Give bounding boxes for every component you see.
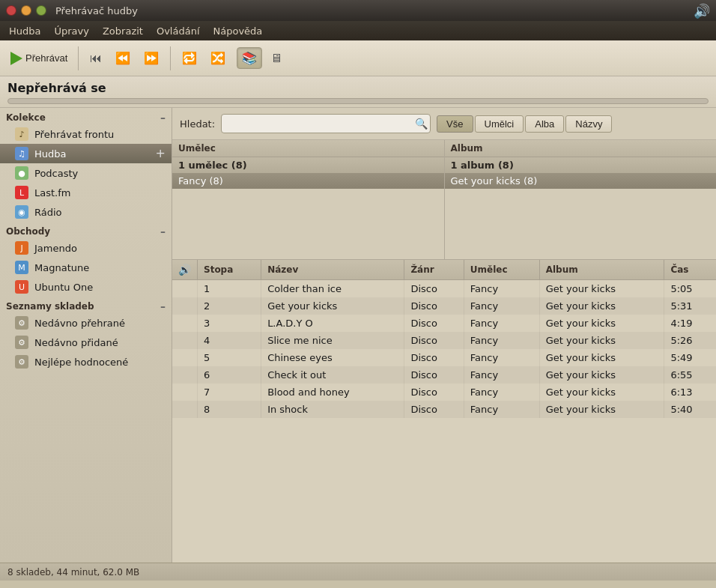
sidebar-item-ubuntuone[interactable]: UUbuntu One xyxy=(0,277,172,297)
library-button[interactable]: 📚 xyxy=(237,47,262,69)
artist-pane: Umělec 1 umělec (8) Fancy (8) xyxy=(172,140,445,259)
track-cell-3: Disco xyxy=(404,280,464,298)
section-toggle[interactable]: – xyxy=(160,301,166,312)
sidebar-item-radio[interactable]: ◉Rádio xyxy=(0,202,172,222)
shuffle-button[interactable]: 🔀 xyxy=(205,47,231,69)
menu-item-hudba[interactable]: Hudba xyxy=(3,23,47,39)
track-cell-2: Get your kicks xyxy=(261,297,404,315)
sidebar-item-recent-added[interactable]: ⚙Nedávno přidané xyxy=(0,333,172,352)
sidebar-item-label: Rádio xyxy=(34,207,62,218)
play-button[interactable]: Přehrávat xyxy=(6,49,72,68)
table-row[interactable]: 8In shockDiscoFancyGet your kicks5:40 xyxy=(172,401,716,418)
row-icon-cell xyxy=(172,366,198,384)
track-cell-4: Fancy xyxy=(464,366,539,384)
col-header-0: 🔊 xyxy=(172,260,198,280)
sidebar-item-queue[interactable]: ♪Přehrávat frontu xyxy=(0,124,172,144)
sidebar-item-jamendo[interactable]: JJamendo xyxy=(0,238,172,258)
artist-item[interactable]: Fancy (8) xyxy=(172,173,444,189)
track-cell-6: 4:19 xyxy=(664,315,716,332)
radio-icon: ◉ xyxy=(15,205,28,219)
track-cell-1: 4 xyxy=(198,332,261,349)
filter-btn-názvy[interactable]: Názvy xyxy=(565,115,612,133)
artist-pane-header: Umělec xyxy=(172,140,444,157)
video-button[interactable]: 🖥 xyxy=(265,48,288,69)
table-row[interactable]: 4Slice me niceDiscoFancyGet your kicks5:… xyxy=(172,332,716,349)
row-icon-cell xyxy=(172,280,198,298)
sidebar-item-label: Podcasty xyxy=(34,168,78,179)
next-button[interactable]: ⏩ xyxy=(139,47,164,69)
table-row[interactable]: 3L.A.D.Y ODiscoFancyGet your kicks4:19 xyxy=(172,315,716,332)
filter-btn-umělci[interactable]: Umělci xyxy=(475,115,524,133)
section-toggle[interactable]: – xyxy=(160,226,166,237)
track-table-body: 1Colder than iceDiscoFancyGet your kicks… xyxy=(172,280,716,419)
progress-bar[interactable] xyxy=(7,98,709,104)
sidebar-item-podcasts[interactable]: ●Podcasty xyxy=(0,163,172,183)
section-toggle[interactable]: – xyxy=(160,112,166,123)
music-icon: ♫ xyxy=(15,147,28,160)
table-row[interactable]: 2Get your kicksDiscoFancyGet your kicks5… xyxy=(172,297,716,315)
sidebar-item-label: Hudba xyxy=(34,148,67,160)
sidebar-item-lastfm[interactable]: LLast.fm xyxy=(0,183,172,202)
track-cell-5: Get your kicks xyxy=(539,366,664,384)
track-cell-1: 5 xyxy=(198,349,261,366)
table-row[interactable]: 6Check it outDiscoFancyGet your kicks6:5… xyxy=(172,366,716,384)
track-table-header: 🔊StopaNázevŽánrUmělecAlbumČas xyxy=(172,260,716,280)
play-label: Přehrávat xyxy=(25,52,67,64)
track-cell-4: Fancy xyxy=(464,332,539,349)
prev-prev-button[interactable]: ⏮ xyxy=(85,48,107,69)
close-button[interactable] xyxy=(6,5,16,16)
track-cell-4: Fancy xyxy=(464,384,539,401)
track-cell-1: 8 xyxy=(198,401,261,418)
track-cell-1: 2 xyxy=(198,297,261,315)
minimize-button[interactable] xyxy=(21,5,31,16)
titlebar: Přehrávač hudby 🔊 xyxy=(0,0,716,21)
add-icon[interactable]: + xyxy=(156,148,166,160)
menu-item-nápověda[interactable]: Nápověda xyxy=(207,23,269,39)
nowplaying-area: Nepřehrává se xyxy=(0,76,716,108)
statusbar-text: 8 skladeb, 44 minut, 62.0 MB xyxy=(7,567,139,578)
ubuntuone-icon: U xyxy=(15,280,28,294)
sidebar-item-top-rated[interactable]: ⚙Nejlépe hodnocené xyxy=(0,352,172,372)
search-input[interactable] xyxy=(221,114,431,133)
track-cell-5: Get your kicks xyxy=(539,297,664,315)
lastfm-icon: L xyxy=(15,186,28,199)
track-cell-1: 3 xyxy=(198,315,261,332)
track-cell-4: Fancy xyxy=(464,280,539,298)
jamendo-icon: J xyxy=(15,241,28,255)
maximize-button[interactable] xyxy=(36,5,46,16)
track-cell-6: 6:55 xyxy=(664,366,716,384)
prev-icon: ⏪ xyxy=(115,51,130,65)
track-cell-6: 5:49 xyxy=(664,349,716,366)
sidebar-item-recent-played[interactable]: ⚙Nedávno přehrané xyxy=(0,313,172,333)
search-clear-icon[interactable]: 🔍 xyxy=(415,118,428,130)
track-cell-5: Get your kicks xyxy=(539,401,664,418)
recent-played-icon: ⚙ xyxy=(15,316,28,330)
table-row[interactable]: 7Blood and honeyDiscoFancyGet your kicks… xyxy=(172,384,716,401)
nowplaying-status: Nepřehrává se xyxy=(7,81,709,95)
recent-added-icon: ⚙ xyxy=(15,336,28,349)
track-cell-5: Get your kicks xyxy=(539,384,664,401)
sidebar-item-magnatune[interactable]: MMagnatune xyxy=(0,258,172,277)
filter-btn-alba[interactable]: Alba xyxy=(525,115,564,133)
sidebar-item-music[interactable]: ♫Hudba+ xyxy=(0,144,172,163)
track-cell-5: Get your kicks xyxy=(539,332,664,349)
menu-item-úpravy[interactable]: Úpravy xyxy=(49,23,95,39)
repeat-button[interactable]: 🔁 xyxy=(177,47,202,69)
album-item[interactable]: Get your kicks (8) xyxy=(445,173,717,189)
track-cell-2: L.A.D.Y O xyxy=(261,315,404,332)
table-row[interactable]: 5Chinese eyesDiscoFancyGet your kicks5:4… xyxy=(172,349,716,366)
menu-item-ovládání[interactable]: Ovládání xyxy=(151,23,206,39)
search-input-wrap: 🔍 xyxy=(221,114,431,133)
menubar: HudbaÚpravyZobrazitOvládáníNápověda xyxy=(0,21,716,40)
window-title: Přehrávač hudby xyxy=(55,5,138,16)
filter-buttons: VšeUmělciAlbaNázvy xyxy=(437,115,612,133)
menu-item-zobrazit[interactable]: Zobrazit xyxy=(97,23,149,39)
track-cell-1: 1 xyxy=(198,280,261,298)
sidebar-section-kolekce: Kolekce– xyxy=(0,108,172,124)
track-cell-3: Disco xyxy=(404,401,464,418)
prev-button[interactable]: ⏪ xyxy=(110,47,136,69)
table-row[interactable]: 1Colder than iceDiscoFancyGet your kicks… xyxy=(172,280,716,298)
section-label: Obchody xyxy=(6,226,50,237)
row-icon-cell xyxy=(172,297,198,315)
filter-btn-vše[interactable]: Vše xyxy=(437,115,473,133)
